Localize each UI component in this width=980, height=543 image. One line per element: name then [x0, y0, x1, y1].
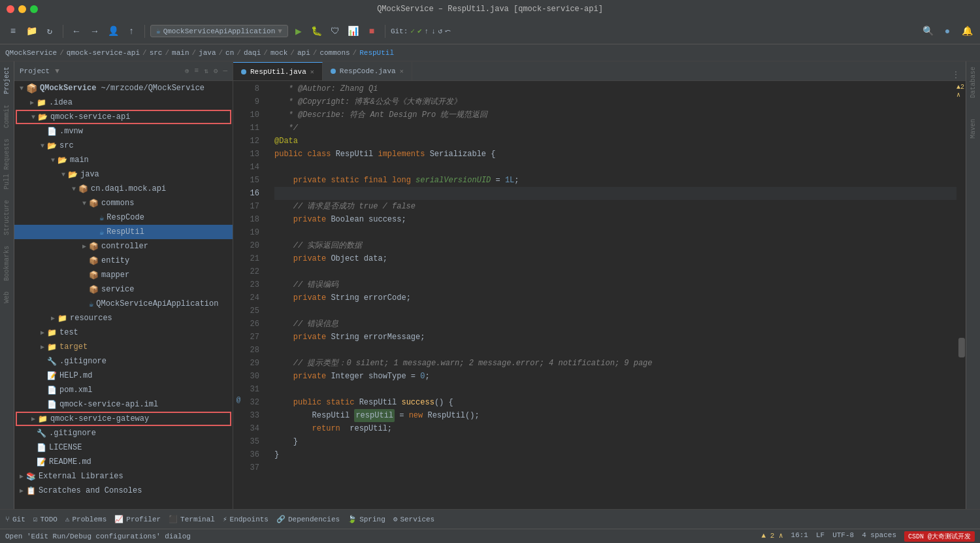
tab-maven[interactable]: Maven [970, 116, 977, 141]
breadcrumb-java[interactable]: java [199, 49, 216, 57]
profiler-button[interactable]: 📈 Profiler [114, 510, 161, 529]
tree-item-readmemd[interactable]: 📝 README.md [14, 455, 233, 469]
locate-file-icon[interactable]: ⊕ [185, 67, 189, 75]
tab-close-resputil[interactable]: ✕ [310, 68, 314, 76]
breadcrumb-qmockservice[interactable]: QMockService [5, 49, 57, 57]
status-encoding[interactable]: UTF-8 [832, 531, 854, 542]
warning-count[interactable]: ▲ 2 ∧ [762, 531, 783, 542]
terminal-button[interactable]: ⬛ Terminal [169, 510, 215, 529]
open-button[interactable]: 📁 [24, 24, 39, 39]
collapse-all-icon[interactable]: ≡ [195, 67, 199, 75]
tree-item-root[interactable]: ▼ 📦 QMockService ~/mrzcode/QMockService [14, 81, 233, 95]
tree-item-qmock-service-gateway[interactable]: ▶ 📁 qmock-service-gateway [16, 412, 231, 426]
debug-button[interactable]: 🐛 [309, 24, 325, 39]
window-controls[interactable] [7, 5, 38, 13]
search-everywhere-button[interactable]: 🔍 [920, 24, 936, 39]
tab-close-respcode[interactable]: ✕ [400, 67, 404, 75]
stop-button[interactable]: ■ [364, 24, 380, 39]
git-push-icon[interactable]: ↑ [425, 27, 429, 35]
tree-item-main[interactable]: ▼ 📂 main [14, 153, 233, 167]
tree-item-idea[interactable]: ▶ 📁 .idea [14, 95, 233, 110]
status-message[interactable]: Open 'Edit Run/Debug configurations' dia… [5, 533, 191, 540]
forward-button[interactable]: → [87, 24, 103, 39]
breadcrumb-mock[interactable]: mock [270, 49, 287, 57]
tab-web[interactable]: Web [1, 286, 13, 308]
services-button[interactable]: ⚙ Services [393, 510, 434, 529]
tree-item-iml[interactable]: 📄 qmock-service-api.iml [14, 397, 233, 412]
profile-button[interactable]: 👤 [105, 24, 121, 39]
coverage-button[interactable]: 🛡 [327, 24, 343, 39]
breadcrumb-qmock-service-api[interactable]: qmock-service-api [67, 49, 140, 57]
spring-button[interactable]: 🍃 Spring [348, 510, 385, 529]
tree-item-java[interactable]: ▼ 📂 java [14, 167, 233, 182]
breadcrumb-src[interactable]: src [150, 49, 163, 57]
tree-item-helpmd[interactable]: 📝 HELP.md [14, 369, 233, 383]
dependencies-button[interactable]: 🔗 Dependencies [276, 510, 340, 529]
tree-item-entity[interactable]: 📦 entity [14, 254, 233, 268]
tree-item-package[interactable]: ▼ 📦 cn.daqi.mock.api [14, 182, 233, 196]
tree-item-mapper[interactable]: 📦 mapper [14, 268, 233, 282]
profile-run-button[interactable]: 📊 [346, 24, 361, 39]
tree-item-target[interactable]: ▶ 📁 target [14, 340, 233, 354]
minimize-button[interactable] [18, 5, 26, 13]
tree-item-resputil[interactable]: ☕ RespUtil [14, 225, 233, 239]
menu-button[interactable]: ≡ [5, 24, 21, 39]
breadcrumb-commons[interactable]: commons [319, 49, 350, 57]
run-button[interactable]: ▶ [291, 24, 306, 39]
tree-item-src[interactable]: ▼ 📂 src [14, 139, 233, 153]
tab-resputil[interactable]: RespUtil.java ✕ [233, 62, 323, 80]
tree-item-resources[interactable]: ▶ 📁 resources [14, 311, 233, 325]
tree-item-external-libraries[interactable]: ▶ 📚 External Libraries [14, 469, 233, 484]
tree-item-scratches[interactable]: ▶ 📋 Scratches and Consoles [14, 484, 233, 498]
close-sidebar-icon[interactable]: — [223, 67, 227, 75]
tab-pull-requests[interactable]: Pull Requests [1, 133, 13, 195]
status-spaces[interactable]: 4 spaces [862, 531, 896, 542]
tab-commit[interactable]: Commit [1, 99, 13, 133]
tree-item-gitignore2[interactable]: 🔧 .gitignore [14, 426, 233, 440]
tab-respcode[interactable]: RespCode.java ✕ [323, 62, 412, 80]
todo-button[interactable]: ☑ TODO [33, 510, 57, 529]
refresh-button[interactable]: ↻ [42, 24, 57, 39]
code-editor[interactable]: * @Author: Zhang Qi * @Copyright: 博客&公众号… [269, 81, 956, 509]
tree-item-mvnw[interactable]: 📄 .mvnw [14, 124, 233, 139]
git-revert-icon[interactable]: ⤺ [445, 27, 451, 35]
settings-button[interactable]: ● [939, 24, 955, 39]
git-bottom-button[interactable]: ⑂ Git [5, 510, 25, 529]
scrollbar-thumb[interactable] [958, 338, 965, 357]
status-lf[interactable]: LF [816, 531, 825, 542]
git-fetch-icon[interactable]: ↓ [431, 27, 436, 35]
settings-icon[interactable]: ⚙ [214, 67, 218, 75]
breadcrumb-resputil[interactable]: RespUtil [359, 49, 394, 57]
tab-project[interactable]: Project [1, 61, 13, 99]
editor-tabs-menu[interactable]: ⋮ [951, 69, 966, 80]
expand-icon[interactable]: ⇅ [204, 67, 208, 75]
breadcrumb-api[interactable]: api [297, 49, 310, 57]
back-button[interactable]: ← [69, 24, 84, 39]
git-history-icon[interactable]: ↺ [438, 27, 443, 35]
endpoints-button[interactable]: ⚡ Endpoints [223, 510, 269, 529]
tree-item-application[interactable]: ☕ QMockServiceApiApplication [14, 297, 233, 311]
tree-item-respcode[interactable]: ☕ RespCode [14, 210, 233, 225]
breadcrumb-daqi[interactable]: daqi [244, 49, 261, 57]
run-config-selector[interactable]: ☕ QmockServiceApiApplication ▼ [150, 25, 288, 37]
notifications-button[interactable]: 🔔 [959, 24, 975, 39]
maximize-button[interactable] [30, 5, 38, 13]
tab-database[interactable]: Database [970, 64, 977, 101]
tree-item-license[interactable]: 📄 LICENSE [14, 440, 233, 455]
tree-item-qmock-service-api[interactable]: ▼ 📂 qmock-service-api [16, 110, 231, 124]
breadcrumb-main[interactable]: main [172, 49, 189, 57]
tab-bookmarks[interactable]: Bookmarks [1, 240, 13, 286]
close-button[interactable] [7, 5, 14, 13]
problems-button[interactable]: ⚠ Problems [65, 510, 106, 529]
tree-item-service[interactable]: 📦 service [14, 282, 233, 297]
tree-item-commons[interactable]: ▼ 📦 commons [14, 196, 233, 210]
problems-icon: ⚠ [65, 515, 70, 523]
tree-item-controller[interactable]: ▶ 📦 controller [14, 239, 233, 254]
tree-item-gitignore[interactable]: 🔧 .gitignore [14, 354, 233, 369]
breadcrumb-cn[interactable]: cn [225, 49, 234, 57]
vcs-button[interactable]: ↑ [123, 24, 139, 39]
status-position[interactable]: 16:1 [791, 531, 808, 542]
tree-item-pomxml[interactable]: 📄 pom.xml [14, 383, 233, 397]
tree-item-test[interactable]: ▶ 📁 test [14, 325, 233, 340]
tab-structure[interactable]: Structure [1, 195, 13, 240]
